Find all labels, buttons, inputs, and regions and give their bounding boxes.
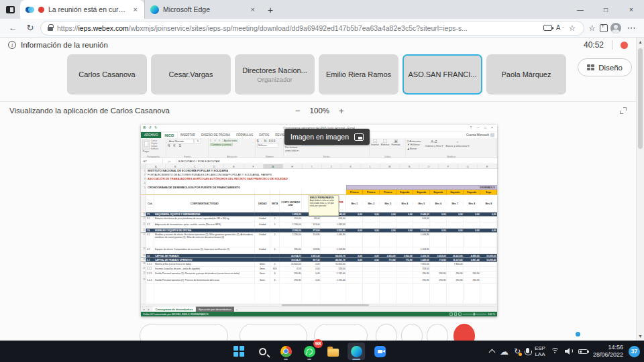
taskbar-chrome-button[interactable] xyxy=(277,343,294,360)
excel-column-letter: L xyxy=(361,164,380,169)
scrollbar-thumb[interactable] xyxy=(638,48,643,149)
page-scrollbar[interactable]: ▴ ▾ xyxy=(636,38,644,341)
sheet-nav-icons: ◄ ► xyxy=(141,307,152,312)
window-minimize-button[interactable]: — xyxy=(568,0,593,19)
window-controls: — □ × xyxy=(568,0,644,19)
excel-column-letters: ABCDEFGHIJKLMNOPQR xyxy=(141,164,497,169)
video-control-pill[interactable] xyxy=(239,324,307,341)
cell-comment-popup: EMILIO RIERA RAMOS: Aquí debes colocar v… xyxy=(309,195,339,216)
excel-sheet-tabs: ◄ ► Cronograma de desembolsos Ejecución … xyxy=(141,306,497,312)
system-tray: ☁ ↻ ESPLAA 14:5628/06/2022 37 xyxy=(490,341,640,362)
notification-count-badge[interactable]: 37 xyxy=(629,346,640,357)
profile-avatar[interactable] xyxy=(610,23,621,34)
excel-column-letter: H xyxy=(282,164,302,169)
taskbar-search-button[interactable] xyxy=(254,343,271,360)
excel-table-row: 234.2Equipos de oficina: Computadora de … xyxy=(141,247,497,254)
browser-toolbar: ← ↻ https://ieps.webex.com/wbxmjs/joinse… xyxy=(0,19,644,38)
add-favorite-icon[interactable]: ☆ xyxy=(567,23,577,33)
tray-overflow-icon[interactable] xyxy=(488,349,495,356)
browser-tab-webex[interactable]: La reunión está en curso... × xyxy=(20,0,144,19)
cell-reference: G7 xyxy=(141,158,163,164)
address-bar[interactable]: https://ieps.webex.com/wbxmjs/joinservic… xyxy=(40,21,584,36)
excel-column-letter: K xyxy=(341,164,361,169)
taskbar-edge-button[interactable] xyxy=(347,343,365,360)
start-button[interactable] xyxy=(230,343,248,360)
window-maximize-button[interactable]: □ xyxy=(593,0,619,19)
participant-tile[interactable]: Paola Márquez xyxy=(486,54,566,95)
taskbar-explorer-button[interactable] xyxy=(324,343,341,360)
favorites-icon[interactable]: ☆ xyxy=(587,23,597,33)
mute-control-pill[interactable] xyxy=(140,324,228,341)
share-control-pill[interactable] xyxy=(314,324,368,341)
microphone-icon[interactable] xyxy=(526,348,529,353)
sync-update-icon[interactable]: ↻ xyxy=(514,347,521,355)
tab-title: Microsoft Edge xyxy=(163,5,246,13)
onedrive-icon[interactable]: ☁ xyxy=(500,347,508,356)
excel-formula-bar: G7 fx EJECUTADO / POR EJECUTAR xyxy=(141,158,497,164)
window-close-button[interactable]: × xyxy=(619,0,644,19)
settings-more-icon[interactable]: ⋯ xyxy=(624,23,639,33)
desembolsos-band: DESEMBOLS. xyxy=(346,185,497,190)
excel-window-controls: ? ─ □ × xyxy=(470,126,495,130)
excel-table-body: 18C3MAQUINARIA, EQUIPOS Y HERRAMIENTAS1.… xyxy=(141,213,497,284)
taskbar-clock[interactable]: 14:5628/06/2022 xyxy=(593,344,623,359)
wifi-icon[interactable] xyxy=(551,348,559,355)
tab-media-icon[interactable] xyxy=(543,25,552,31)
participant-tile[interactable]: Cesar.Vargas xyxy=(151,54,231,95)
collections-icon[interactable] xyxy=(600,24,608,32)
new-tab-button[interactable]: + xyxy=(262,1,279,19)
participant-strip: Carlos Casanova Cesar.Vargas Directores … xyxy=(67,54,566,95)
participant-tile[interactable]: Emilio Riera Ramos xyxy=(319,54,398,95)
taskbar-whatsapp-button[interactable]: 98 xyxy=(301,343,318,360)
read-aloud-icon[interactable]: A xyxy=(556,24,564,32)
zoom-in-button[interactable]: + xyxy=(339,106,344,116)
participant-tile-organizer[interactable]: Directores Nacion... Organizador xyxy=(235,54,315,95)
more-options-button[interactable] xyxy=(427,324,448,341)
record-control-button[interactable] xyxy=(376,324,397,341)
viewing-label: Visualizando la aplicación de Carlos Cas… xyxy=(9,107,170,115)
layout-grid-icon xyxy=(587,64,594,70)
meeting-info-label[interactable]: Información de la reunión xyxy=(21,41,108,49)
windows-taskbar: 98 ☁ ↻ ESPLAA 14:5628/06/2022 37 xyxy=(0,341,644,362)
url-text: https://ieps.webex.com/wbxmjs/joinservic… xyxy=(57,24,539,32)
meeting-controls-peek xyxy=(0,324,644,341)
fullscreen-icon[interactable] xyxy=(620,107,627,114)
info-icon[interactable] xyxy=(8,41,16,49)
participant-tile[interactable]: Carlos Casanova xyxy=(67,54,147,95)
excel-column-letter: O xyxy=(419,164,439,169)
fx-icon: fx xyxy=(163,158,176,164)
reactions-control-button[interactable] xyxy=(401,324,423,341)
webex-favicon xyxy=(25,5,34,14)
excel-table-row: 193.1Balanza electrónica de piso platafo… xyxy=(141,217,497,223)
browser-tab-edge[interactable]: Microsoft Edge × xyxy=(144,0,262,19)
picture-in-picture-button[interactable]: Imagen en imagen xyxy=(284,129,370,145)
zoom-level[interactable]: 100% xyxy=(310,107,329,115)
back-button[interactable]: ← xyxy=(5,23,20,33)
taskbar-zoom-button[interactable] xyxy=(371,343,388,360)
battery-icon[interactable] xyxy=(578,349,588,354)
refresh-button[interactable]: ↻ xyxy=(23,23,38,33)
whatsapp-icon xyxy=(304,346,315,357)
excel-table-row: 275.1.2Insumos (saquillos de yute + piol… xyxy=(141,267,497,272)
volume-icon[interactable] xyxy=(565,348,573,355)
excel-zoom-level: 100 % xyxy=(488,312,495,316)
zoom-out-button[interactable]: − xyxy=(295,106,301,116)
meeting-recording-icon[interactable] xyxy=(621,42,628,49)
excel-column-letter: D xyxy=(205,164,224,169)
windows-logo-icon xyxy=(233,346,244,357)
viewing-bar: Visualizando la aplicación de Carlos Cas… xyxy=(0,101,636,119)
tab-close-icon[interactable]: × xyxy=(132,5,139,13)
desktop-screen: La reunión está en curso... × Microsoft … xyxy=(0,0,644,362)
vertical-tabs-button[interactable] xyxy=(0,0,20,19)
scroll-down-icon[interactable]: ▾ xyxy=(637,333,644,339)
excel-column-letter: P xyxy=(439,164,458,169)
participant-tile-active-speaker[interactable]: ASO.SAN FRANCI... xyxy=(402,54,482,95)
language-indicator[interactable]: ESPLAA xyxy=(535,345,545,357)
tab-close-icon[interactable]: × xyxy=(250,5,256,13)
excel-column-letter: C xyxy=(185,164,205,169)
leave-meeting-button[interactable] xyxy=(453,324,475,341)
excel-tab-archivo: ARCHIVO xyxy=(141,132,162,138)
scroll-up-icon[interactable]: ▴ xyxy=(637,39,644,45)
excel-band-row: 5 CRONOGRAMA DE DESEMBOLSOS POR FUENTE D… xyxy=(141,185,497,190)
layout-button[interactable]: Diseño xyxy=(578,58,632,76)
